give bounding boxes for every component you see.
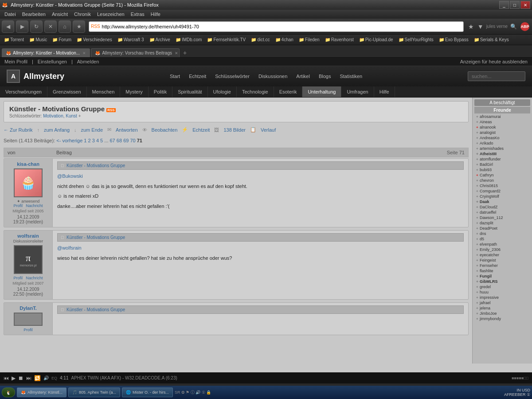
wolfsrain-post-thread-link[interactable]: Künstler - Motivations Gruppe xyxy=(66,235,125,240)
menu-bearbeiten[interactable]: Bearbeiten xyxy=(20,11,48,18)
friend-eyecatcher[interactable]: ✦eyecatcher xyxy=(474,252,530,258)
bookmark-archive[interactable]: 📁 Archive xyxy=(147,36,172,43)
bookmark-torrent[interactable]: 📁 Torrent xyxy=(2,36,26,43)
bookmark-warcraft3[interactable]: 📁 Warcraft 3 xyxy=(115,36,146,43)
friend-andreasko[interactable]: ✦AndreasKo xyxy=(474,135,530,141)
friend-atheistiii[interactable]: ✦AtheistIII xyxy=(474,151,530,156)
prev-page-link[interactable]: <- vorherige xyxy=(56,138,82,143)
menu-hilfe[interactable]: Hilfe xyxy=(148,11,163,18)
cat-politik[interactable]: Politik xyxy=(149,86,172,97)
friend-cryingwolf[interactable]: ✦CryingWolf xyxy=(474,194,530,199)
antworten-link[interactable]: Antworten xyxy=(116,127,138,133)
reload-button[interactable]: ↻ xyxy=(30,20,43,33)
minimize-button[interactable]: _ xyxy=(499,1,509,9)
bookmark-verschiedenes[interactable]: 📁 Verschiedenes xyxy=(74,36,114,43)
address-input[interactable] xyxy=(102,24,462,29)
cat-technologie[interactable]: Technologie xyxy=(237,86,274,97)
bookmark-4chan[interactable]: 📁 4chan xyxy=(273,36,296,43)
nav-artikel[interactable]: Artikel xyxy=(293,72,313,81)
close-button[interactable]: ✕ xyxy=(520,1,530,9)
back-to-rubrik-link[interactable]: ← Zur Rubrik xyxy=(4,127,32,133)
cat-mystery[interactable]: Mystery xyxy=(120,86,149,97)
dylan-profil-link[interactable]: Profil xyxy=(23,328,33,332)
bookmark-imdb[interactable]: 📁 IMDb.com xyxy=(173,36,204,43)
zum-anfang-link[interactable]: zum Anfang xyxy=(44,127,70,133)
bookmark-forum[interactable]: 📁 Forum xyxy=(50,36,74,43)
menu-lesezeichen[interactable]: Lesezeichen xyxy=(94,11,127,18)
wolfsrain-melden[interactable]: melden xyxy=(27,292,42,297)
nav-diskussionen[interactable]: Diskussionen xyxy=(255,72,291,81)
prev-track-button[interactable]: ⏮ xyxy=(4,375,9,381)
kisa-chan-melden[interactable]: melden xyxy=(27,219,42,224)
page-4-link[interactable]: 4 xyxy=(96,138,99,143)
echtzeit-link[interactable]: Echtzeit xyxy=(192,127,210,133)
start-button[interactable]: 🐧 xyxy=(2,387,15,397)
page-1-link[interactable]: 1 xyxy=(84,138,86,143)
friend-badgirl[interactable]: ✦BadGirl xyxy=(474,162,530,167)
taskbar-allmystery[interactable]: 🦊 Allmystery: Künstl... xyxy=(17,387,66,397)
keyword-motivation[interactable]: Motivation xyxy=(43,113,63,118)
friend-datrueffel[interactable]: ✦datrueffel xyxy=(474,210,530,215)
cat-esoterik[interactable]: Esoterik xyxy=(274,86,303,97)
friend-jelena[interactable]: ✦jelena xyxy=(474,305,530,311)
bookmark-ravenhorst[interactable]: 📁 Ravenhorst xyxy=(323,36,356,43)
bookmark-picupload[interactable]: 📁 Pic-Upload.de xyxy=(357,36,395,43)
bookmark-sellyourrights[interactable]: 📁 SellYourRights xyxy=(396,36,436,43)
bookmark-fernsehkritik[interactable]: 📁 Fernsehkritik.TV xyxy=(205,36,248,43)
tab-close-0[interactable]: ✕ xyxy=(82,51,86,55)
back-button[interactable]: ◀ xyxy=(2,20,14,33)
kisa-chan-profil-link[interactable]: Profil xyxy=(13,203,23,208)
repeat-button[interactable]: 🔁 xyxy=(34,375,41,381)
bilder-link[interactable]: 138 Bilder xyxy=(223,127,246,133)
friend-jimbojoe[interactable]: ✦JimboJoe xyxy=(474,311,530,316)
bookmark-button[interactable]: ★ xyxy=(73,20,85,33)
friend-aineas[interactable]: ✦Aineas xyxy=(474,119,530,125)
page-68-link[interactable]: 68 xyxy=(117,138,122,143)
page-67-link[interactable]: 67 xyxy=(110,138,115,143)
friend-elvenpath[interactable]: ✦elvenpath xyxy=(474,242,530,247)
cat-verschwoerungen[interactable]: Verschwörungen xyxy=(0,86,47,97)
play-button[interactable]: ▶ xyxy=(12,375,16,381)
nav-schluesselwoerter[interactable]: Schlüsselwörter xyxy=(211,72,253,81)
search-icon[interactable]: ▼ xyxy=(477,23,484,30)
cat-ufologie[interactable]: Ufologie xyxy=(208,86,237,97)
cat-grenzwissen[interactable]: Grenzwissen xyxy=(47,86,87,97)
friend-flashlite[interactable]: ✦flashlite xyxy=(474,268,530,274)
friend-chevron[interactable]: ✦chevron xyxy=(474,178,530,183)
home-button[interactable]: ⌂ xyxy=(59,20,71,33)
menu-extras[interactable]: Extras xyxy=(128,11,147,18)
tab-close-1[interactable]: ✕ xyxy=(175,51,178,55)
menu-datei[interactable]: Datei xyxy=(2,11,19,18)
beobachten-link[interactable]: Beobachten xyxy=(152,127,178,133)
friend-dns[interactable]: ✦dns xyxy=(474,231,530,236)
bookmark-fileden[interactable]: 📁 Fileden xyxy=(297,36,322,43)
einstellungen-link[interactable]: Einstellungen xyxy=(38,59,67,64)
page-69-link[interactable]: 69 xyxy=(123,138,129,143)
page-3-link[interactable]: 3 xyxy=(92,138,95,143)
friend-deadpoet[interactable]: ✦DeadPoet xyxy=(474,226,530,231)
next-track-button[interactable]: ⏭ xyxy=(26,375,31,381)
taskbar-aphex[interactable]: 🎵 805. Aphex Twin (a... xyxy=(68,387,120,397)
friend-alnanook[interactable]: ✦alnanook xyxy=(474,125,530,130)
ads-hide-link[interactable]: Anzeigen für heute ausblenden xyxy=(460,59,528,64)
friend-atomflunder[interactable]: ✦atomflunder xyxy=(474,156,530,162)
cat-unterhaltung[interactable]: Unterhaltung xyxy=(302,86,341,97)
friend-fungil[interactable]: ✦Fungil xyxy=(474,274,530,279)
friend-gredel[interactable]: ✦gredel xyxy=(474,284,530,289)
forward-button[interactable]: ▶ xyxy=(16,20,28,33)
bookmark-dict[interactable]: 📁 dict.cc xyxy=(249,36,272,43)
cat-menschen[interactable]: Menschen xyxy=(87,86,121,97)
friend-dacloudz[interactable]: ✦DaCloudZ xyxy=(474,204,530,210)
mein-profil-link[interactable]: Mein Profil xyxy=(4,59,27,64)
stop-button[interactable]: ⏹ xyxy=(18,375,23,381)
nav-start[interactable]: Start xyxy=(166,72,184,81)
friend-jafrael[interactable]: ✦jafrael xyxy=(474,300,530,305)
menu-chronik[interactable]: Chronik xyxy=(71,11,94,18)
zum-ende-link[interactable]: zum Ende xyxy=(81,127,103,133)
friend-fernseher[interactable]: ✦Fernseher xyxy=(474,263,530,268)
dylan-post-thread-link[interactable]: Künstler - Motivations Gruppe xyxy=(66,307,125,312)
nav-echtzeit[interactable]: Echtzeit xyxy=(185,72,210,81)
kisa-chan-username[interactable]: kisa-chan xyxy=(7,161,50,167)
friend-d5[interactable]: ✦d5 xyxy=(474,236,530,242)
verlauf-link[interactable]: Verlauf xyxy=(261,127,276,133)
